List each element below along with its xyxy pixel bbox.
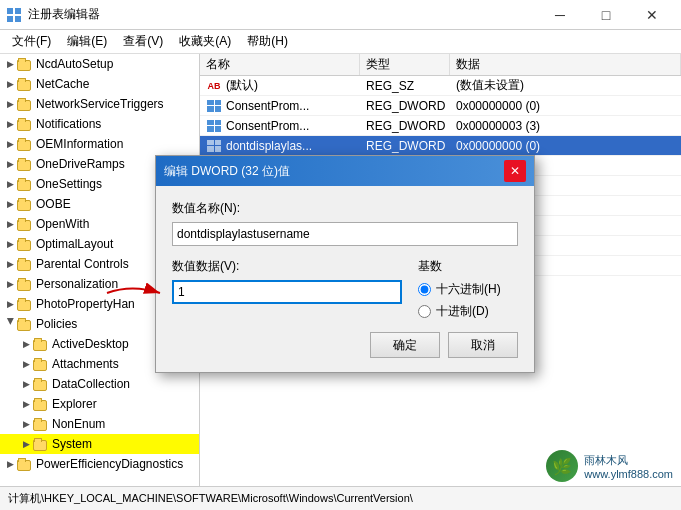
dialog-title-bar: 编辑 DWORD (32 位)值 ✕ xyxy=(156,156,534,186)
dialog-title: 编辑 DWORD (32 位)值 xyxy=(164,163,504,180)
dialog-main-row: 数值数据(V): xyxy=(172,258,518,320)
ok-button[interactable]: 确定 xyxy=(370,332,440,358)
dialog-body: 数值名称(N): 数值数据(V): xyxy=(156,186,534,372)
radio-decimal-label: 十进制(D) xyxy=(436,303,489,320)
radio-group: 十六进制(H) 十进制(D) xyxy=(418,281,518,320)
cancel-button[interactable]: 取消 xyxy=(448,332,518,358)
radio-hex-label: 十六进制(H) xyxy=(436,281,501,298)
radio-decimal-input[interactable] xyxy=(418,305,431,318)
name-label: 数值名称(N): xyxy=(172,200,518,217)
radio-decimal[interactable]: 十进制(D) xyxy=(418,303,518,320)
value-input-wrap xyxy=(172,280,402,304)
dialog-close-button[interactable]: ✕ xyxy=(504,160,526,182)
value-input[interactable] xyxy=(172,280,402,304)
radio-hex-input[interactable] xyxy=(418,283,431,296)
value-section: 数值数据(V): xyxy=(172,258,402,304)
base-label: 基数 xyxy=(418,258,518,275)
name-input[interactable] xyxy=(172,222,518,246)
data-label: 数值数据(V): xyxy=(172,258,402,275)
radio-hex[interactable]: 十六进制(H) xyxy=(418,281,518,298)
base-section: 基数 十六进制(H) 十进制(D) xyxy=(418,258,518,320)
dialog-buttons: 确定 取消 xyxy=(172,332,518,358)
arrow-indicator xyxy=(102,282,167,304)
dialog-overlay: 编辑 DWORD (32 位)值 ✕ 数值名称(N): 数值数据(V): xyxy=(0,0,681,510)
edit-dword-dialog: 编辑 DWORD (32 位)值 ✕ 数值名称(N): 数值数据(V): xyxy=(155,155,535,373)
